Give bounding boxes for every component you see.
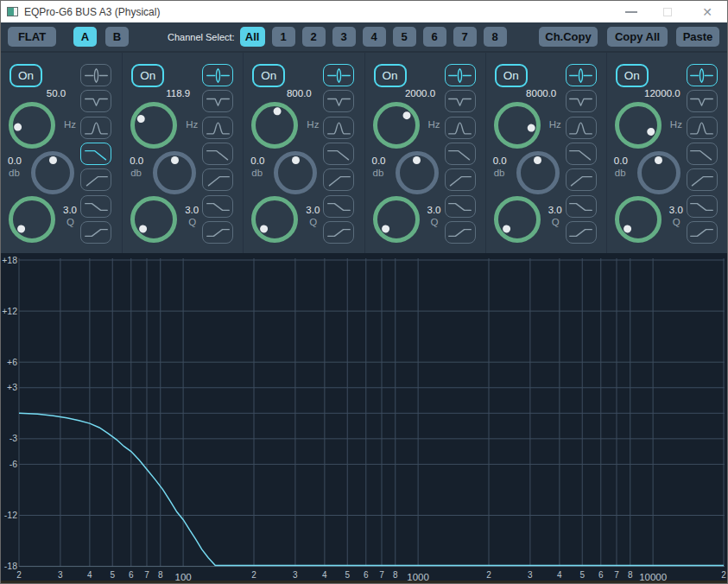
band-5-gain-value: 0.0 xyxy=(493,156,507,166)
band-1-on-button[interactable]: On xyxy=(9,64,42,87)
band-6-filter-high-pass-icon[interactable] xyxy=(687,168,718,191)
band-5-filter-low-pass-icon[interactable] xyxy=(566,143,597,165)
band-2-gain-knob[interactable] xyxy=(153,151,196,194)
band-5-filter-peaking-icon[interactable] xyxy=(566,64,597,86)
channel-select-all[interactable]: All xyxy=(240,27,265,47)
db-axis-label--6: -6 xyxy=(9,459,17,469)
minimize-button[interactable] xyxy=(619,1,643,22)
band-1-gain-knob[interactable] xyxy=(31,151,74,194)
band-5-q-value: 3.0 xyxy=(548,205,562,215)
channel-select-4[interactable]: 4 xyxy=(363,27,386,47)
band-3-filter-band-pass-icon[interactable] xyxy=(323,117,354,139)
band-4-filter-peaking-icon[interactable] xyxy=(445,64,476,86)
close-button[interactable]: ✕ xyxy=(693,1,721,22)
band-6-filter-low-pass-icon[interactable] xyxy=(687,143,718,165)
band-2-q-knob[interactable] xyxy=(130,196,177,243)
band-4-filter-high-pass-icon[interactable] xyxy=(445,168,476,191)
freq-axis-label-50: 5 xyxy=(110,570,115,580)
band-5-filter-high-pass-icon[interactable] xyxy=(566,168,597,191)
band-3-filter-high-pass-icon[interactable] xyxy=(323,168,354,191)
channel-select-5[interactable]: 5 xyxy=(393,27,416,47)
band-4-q-unit: Q xyxy=(431,217,439,227)
band-2-filter-shelf-up-icon[interactable] xyxy=(202,221,233,244)
band-1-frequency-knob[interactable] xyxy=(9,102,55,149)
band-6-q-unit: Q xyxy=(673,217,681,227)
band-4-filter-shelf-down-icon[interactable] xyxy=(445,195,476,218)
band-3-on-button[interactable]: On xyxy=(252,64,285,87)
band-5-filter-shelf-down-icon[interactable] xyxy=(566,195,597,218)
toolbar: FLAT AB Channel Select: All12345678 Ch.C… xyxy=(1,22,727,53)
band-1-filter-shelf-down-icon[interactable] xyxy=(80,195,111,218)
band-3-q-knob[interactable] xyxy=(251,196,298,243)
band-6-frequency-knob[interactable] xyxy=(615,102,662,149)
band-1-q-knob[interactable] xyxy=(9,196,55,243)
freq-axis-label-400: 4 xyxy=(322,570,327,580)
maximize-button[interactable] xyxy=(655,1,680,22)
band-6-gain-knob[interactable] xyxy=(637,151,681,194)
band-2-filter-shelf-down-icon[interactable] xyxy=(202,195,233,218)
band-5-filter-band-pass-icon[interactable] xyxy=(566,117,597,139)
band-5-frequency-knob[interactable] xyxy=(494,102,541,149)
band-4-filter-shelf-up-icon[interactable] xyxy=(445,221,476,244)
freq-axis-label-600: 6 xyxy=(364,570,369,580)
band-5-gain-knob[interactable] xyxy=(516,151,560,194)
band-4-frequency-knob[interactable] xyxy=(373,102,420,149)
flat-button[interactable]: FLAT xyxy=(8,27,56,47)
band-2-frequency-knob[interactable] xyxy=(130,102,177,149)
band-1-q-unit: Q xyxy=(66,217,74,227)
band-4-q-knob[interactable] xyxy=(373,196,420,243)
band-4-gain-knob[interactable] xyxy=(396,151,439,194)
window-title: EQPro-G6 BUS A3 (Physical) xyxy=(24,6,160,18)
freq-axis-label-4000: 4 xyxy=(557,570,562,580)
band-2-filter-band-pass-icon[interactable] xyxy=(202,117,233,139)
band-4-filter-band-pass-icon[interactable] xyxy=(445,117,476,139)
band-6-filter-band-pass-icon[interactable] xyxy=(687,117,718,139)
channel-select-7[interactable]: 7 xyxy=(453,27,477,47)
band-4-on-button[interactable]: On xyxy=(374,64,407,87)
channel-select-2[interactable]: 2 xyxy=(302,27,326,47)
band-6-filter-shelf-up-icon[interactable] xyxy=(687,221,718,244)
band-2-filter-peaking-icon[interactable] xyxy=(202,64,233,86)
band-4-filter-low-pass-icon[interactable] xyxy=(445,143,476,165)
band-3-frequency-unit: Hz xyxy=(307,119,319,130)
band-2-filter-low-pass-icon[interactable] xyxy=(202,143,233,165)
band-6-filter-shelf-down-icon[interactable] xyxy=(687,195,718,218)
band-1-filter-shelf-up-icon[interactable] xyxy=(80,221,111,244)
band-6-filter-peaking-icon[interactable] xyxy=(687,64,718,86)
band-2-filter-high-pass-icon[interactable] xyxy=(202,168,233,191)
band-3-frequency-knob[interactable] xyxy=(251,102,298,149)
paste-button[interactable]: Paste xyxy=(676,27,719,47)
band-3-filter-low-pass-icon[interactable] xyxy=(323,143,354,165)
freq-axis-label-700: 7 xyxy=(379,570,384,580)
band-5-q-knob[interactable] xyxy=(494,196,541,243)
band-6-q-knob[interactable] xyxy=(615,196,662,243)
band-1-filter-band-pass-icon[interactable] xyxy=(80,117,111,139)
channel-select-6[interactable]: 6 xyxy=(423,27,446,47)
band-3-gain-unit: db xyxy=(251,168,263,178)
band-3-filter-shelf-up-icon[interactable] xyxy=(323,221,354,244)
band-3-filter-peaking-icon[interactable] xyxy=(323,64,354,86)
window-bottom-edge xyxy=(1,581,727,583)
channel-select-1[interactable]: 1 xyxy=(272,27,295,47)
band-1-filter-peaking-icon[interactable] xyxy=(80,64,111,86)
band-2-on-button[interactable]: On xyxy=(131,64,164,87)
band-3-gain-knob[interactable] xyxy=(274,151,317,194)
freq-axis-label-70: 7 xyxy=(144,570,149,580)
band-5-filter-shelf-up-icon[interactable] xyxy=(566,221,597,244)
band-1-frequency-unit: Hz xyxy=(64,119,76,130)
ab-select-a[interactable]: A xyxy=(73,27,97,47)
channel-select-8[interactable]: 8 xyxy=(484,27,507,47)
band-1-filter-high-pass-icon[interactable] xyxy=(80,168,111,191)
channel-select-3[interactable]: 3 xyxy=(332,27,356,47)
band-2-gain-value: 0.0 xyxy=(130,156,143,166)
ab-select-b[interactable]: B xyxy=(105,27,129,47)
copy-all-button[interactable]: Copy All xyxy=(607,27,668,47)
band-6-on-button[interactable]: On xyxy=(616,64,649,87)
band-5-on-button[interactable]: On xyxy=(495,64,528,87)
band-1-filter-low-pass-icon[interactable] xyxy=(80,143,111,165)
band-3-filter-shelf-down-icon[interactable] xyxy=(323,195,354,218)
freq-axis-label-20000: 2 xyxy=(721,570,726,580)
db-axis-label-+6: +6 xyxy=(7,357,17,367)
ch-copy-button[interactable]: Ch.Copy xyxy=(539,27,598,47)
band-4-frequency-unit: Hz xyxy=(428,119,440,130)
